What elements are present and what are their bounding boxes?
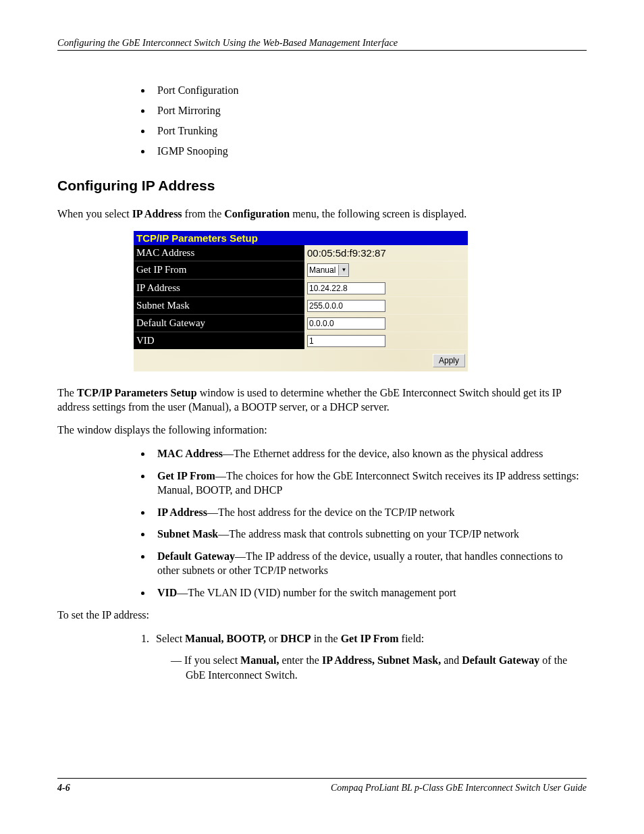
text: Select (156, 633, 185, 644)
text: in the (311, 633, 341, 644)
substep: — If you select Manual, enter the IP Add… (171, 653, 587, 682)
value-mac-address: 00:05:5d:f9:32:87 (304, 245, 468, 261)
list-item: Subnet Mask—The address mask that contro… (152, 527, 587, 542)
term: MAC Address (157, 448, 223, 459)
list-item: Default Gateway—The IP address of the de… (152, 550, 587, 578)
text: field: (399, 633, 425, 644)
text-bold: Get IP From (341, 633, 399, 644)
text: and (441, 654, 462, 666)
desc: —The host address for the device on the … (207, 506, 455, 518)
select-value: Manual (309, 265, 336, 275)
text: from the (182, 208, 225, 219)
page-number: 4-6 (57, 783, 70, 793)
label-vid: VID (134, 332, 304, 349)
desc: —The address mask that controls subnetti… (218, 528, 519, 540)
label-ip-address: IP Address (134, 279, 304, 296)
header-text: Configuring the GbE Interconnect Switch … (57, 37, 398, 48)
footer-title: Compaq ProLiant BL p-Class GbE Interconn… (331, 783, 587, 793)
list-item: IGMP Snooping (152, 145, 587, 157)
list-item: MAC Address—The Ethernet address for the… (152, 447, 587, 461)
text-bold: DHCP (280, 633, 311, 644)
page-footer: 4-6 Compaq ProLiant BL p-Class GbE Inter… (57, 778, 587, 793)
list-item: Port Configuration (152, 84, 587, 97)
paragraph: The TCP/IP Parameters Setup window is us… (57, 386, 587, 415)
label-default-gateway: Default Gateway (134, 314, 304, 332)
text-bold: IP Address, Subnet Mask, (322, 654, 441, 666)
term: IP Address (157, 506, 207, 518)
text-bold: TCP/IP Parameters Setup (77, 387, 197, 398)
text: menu, the following screen is displayed. (290, 208, 466, 219)
steps-list: Select Manual, BOOTP, or DHCP in the Get… (137, 631, 587, 682)
vid-input[interactable] (307, 335, 385, 347)
subnet-mask-input[interactable] (307, 300, 385, 312)
text: or (266, 633, 280, 644)
term: VID (157, 587, 177, 598)
text: If you select (184, 654, 240, 666)
chevron-down-icon: ▼ (338, 265, 348, 276)
field-description-list: MAC Address—The Ethernet address for the… (152, 447, 587, 600)
list-item: Port Mirroring (152, 105, 587, 117)
desc: —The VLAN ID (VID) number for the switch… (177, 587, 456, 598)
text-bold: Configuration (224, 208, 290, 219)
label-get-ip-from: Get IP From (134, 261, 304, 279)
list-item: Get IP From—The choices for how the GbE … (152, 469, 587, 498)
panel-title: TCP/IP Parameters Setup (134, 231, 468, 245)
list-item: Port Trunking (152, 125, 587, 137)
running-header: Configuring the GbE Interconnect Switch … (57, 36, 587, 51)
text-bold: IP Address (132, 208, 182, 219)
step-item: Select Manual, BOOTP, or DHCP in the Get… (152, 631, 587, 682)
dash: — (171, 654, 184, 666)
desc: —The choices for how the GbE Interconnec… (157, 470, 579, 496)
paragraph: To set the IP address: (57, 608, 587, 623)
list-item: IP Address—The host address for the devi… (152, 506, 587, 520)
text: The (57, 387, 77, 398)
text: enter the (279, 654, 322, 666)
term: Get IP From (157, 470, 215, 481)
text-bold: Default Gateway (462, 654, 539, 666)
apply-button[interactable]: Apply (433, 354, 465, 367)
list-item: VID—The VLAN ID (VID) number for the swi… (152, 586, 587, 600)
get-ip-from-select[interactable]: Manual ▼ (307, 263, 349, 277)
desc: —The Ethernet address for the device, al… (223, 448, 543, 459)
text-bold: Manual, BOOTP, (185, 633, 266, 644)
text-bold: Manual, (240, 654, 279, 666)
tcpip-setup-screenshot: TCP/IP Parameters Setup MAC Address 00:0… (134, 231, 468, 371)
label-subnet-mask: Subnet Mask (134, 296, 304, 314)
top-bullet-list: Port Configuration Port Mirroring Port T… (152, 84, 587, 157)
text: When you select (57, 208, 132, 219)
term: Default Gateway (157, 550, 235, 562)
intro-paragraph: When you select IP Address from the Conf… (57, 207, 587, 221)
ip-address-input[interactable] (307, 282, 385, 294)
term: Subnet Mask (157, 528, 218, 540)
section-heading: Configuring IP Address (57, 178, 587, 194)
paragraph: The window displays the following inform… (57, 423, 587, 438)
label-mac-address: MAC Address (134, 245, 304, 261)
default-gateway-input[interactable] (307, 317, 385, 330)
